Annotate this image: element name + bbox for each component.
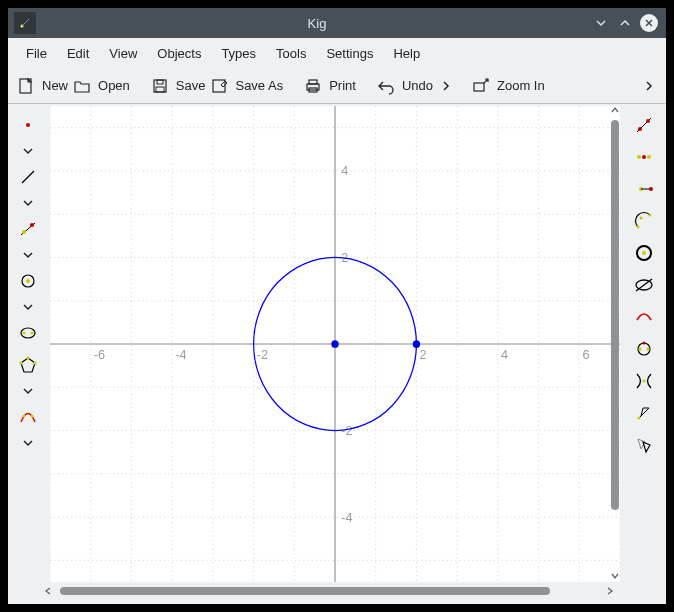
app-icon — [14, 12, 36, 34]
svg-point-25 — [23, 415, 26, 418]
scroll-left-icon[interactable] — [42, 585, 54, 597]
tool-other-circle[interactable] — [629, 334, 659, 364]
save-label: Save — [176, 78, 206, 93]
svg-text:4: 4 — [341, 163, 348, 178]
tool-polygon-more[interactable] — [13, 382, 43, 400]
tool-ellipse[interactable] — [13, 318, 43, 348]
new-button[interactable]: New — [16, 76, 68, 96]
menu-types[interactable]: Types — [213, 42, 264, 65]
svg-point-23 — [34, 362, 37, 365]
tool-tangent[interactable] — [629, 302, 659, 332]
window-title: Kig — [42, 16, 592, 31]
toolbar-more-1[interactable] — [437, 77, 455, 95]
canvas-area: -6-4-2246-4-224 — [48, 104, 622, 604]
svg-text:4: 4 — [501, 347, 508, 362]
menu-objects[interactable]: Objects — [149, 42, 209, 65]
save-as-label: Save As — [235, 78, 283, 93]
horizontal-scrollbar[interactable] — [56, 586, 602, 598]
close-button[interactable] — [640, 14, 658, 32]
zoom-in-button[interactable]: Zoom In — [471, 76, 545, 96]
new-file-icon — [16, 76, 36, 96]
save-as-icon — [209, 76, 229, 96]
svg-point-70 — [647, 155, 651, 159]
tool-hyperbola[interactable] — [629, 366, 659, 396]
open-label: Open — [98, 78, 130, 93]
open-button[interactable]: Open — [72, 76, 130, 96]
vertical-scrollbar[interactable] — [610, 106, 620, 580]
svg-point-71 — [642, 155, 646, 159]
svg-point-15 — [22, 230, 26, 234]
body-area: -6-4-2246-4-224 — [8, 104, 666, 604]
tool-midpoint[interactable] — [629, 142, 659, 172]
svg-point-77 — [640, 217, 643, 220]
scroll-right-icon[interactable] — [604, 585, 616, 597]
hscroll-thumb[interactable] — [60, 587, 550, 595]
menu-tools[interactable]: Tools — [268, 42, 314, 65]
tool-arc[interactable] — [629, 206, 659, 236]
save-button[interactable]: Save — [150, 76, 206, 96]
svg-text:-4: -4 — [341, 509, 352, 524]
svg-point-68 — [646, 119, 650, 123]
main-toolbar: New Open Save Save As Print Undo Zoom — [8, 68, 666, 104]
vscroll-thumb[interactable] — [611, 120, 619, 510]
tool-line-points[interactable] — [13, 214, 43, 244]
menubar: File Edit View Objects Types Tools Setti… — [8, 38, 666, 68]
tool-conic[interactable] — [629, 270, 659, 300]
tool-perpendicular[interactable] — [629, 174, 659, 204]
menu-help[interactable]: Help — [385, 42, 428, 65]
svg-line-13 — [22, 171, 34, 183]
svg-point-84 — [647, 348, 650, 351]
tool-point[interactable] — [13, 110, 43, 140]
print-button[interactable]: Print — [303, 76, 356, 96]
tool-point-more[interactable] — [13, 142, 43, 160]
maximize-button[interactable] — [616, 14, 634, 32]
svg-point-21 — [31, 332, 34, 335]
titlebar: Kig — [8, 8, 666, 38]
tool-curve[interactable] — [13, 402, 43, 432]
undo-icon — [376, 76, 396, 96]
left-toolbar — [8, 104, 48, 604]
toolbar-overflow[interactable] — [640, 77, 658, 95]
tool-ray[interactable] — [629, 110, 659, 140]
svg-rect-7 — [213, 80, 225, 92]
menu-edit[interactable]: Edit — [59, 42, 97, 65]
scroll-up-icon[interactable] — [609, 104, 621, 116]
svg-point-74 — [649, 187, 653, 191]
scroll-down-icon[interactable] — [609, 570, 621, 582]
menu-settings[interactable]: Settings — [318, 42, 381, 65]
tool-curve-more[interactable] — [13, 434, 43, 452]
tool-polygon[interactable] — [13, 350, 43, 380]
svg-point-64 — [331, 340, 338, 348]
new-label: New — [42, 78, 68, 93]
tool-segment-more[interactable] — [13, 194, 43, 212]
save-as-button[interactable]: Save As — [209, 76, 283, 96]
svg-text:-2: -2 — [257, 347, 268, 362]
svg-point-85 — [643, 342, 646, 345]
svg-text:2: 2 — [420, 347, 427, 362]
tool-ellipse-arc[interactable] — [629, 238, 659, 268]
print-label: Print — [329, 78, 356, 93]
tool-line-more[interactable] — [13, 246, 43, 264]
svg-point-20 — [23, 332, 26, 335]
tool-transform[interactable] — [629, 430, 659, 460]
tool-circle-center[interactable] — [13, 266, 43, 296]
minimize-button[interactable] — [592, 14, 610, 32]
app-window: Kig File Edit View Objects Types Tools S… — [8, 8, 666, 604]
svg-rect-11 — [474, 83, 484, 91]
tool-circle-more[interactable] — [13, 298, 43, 316]
svg-point-79 — [642, 251, 646, 255]
undo-button[interactable]: Undo — [376, 76, 433, 96]
menu-file[interactable]: File — [18, 42, 55, 65]
window-controls — [592, 14, 658, 32]
zoom-in-icon — [471, 76, 491, 96]
menu-view[interactable]: View — [101, 42, 145, 65]
svg-point-67 — [638, 127, 642, 131]
tool-segment[interactable] — [13, 162, 43, 192]
svg-rect-9 — [309, 80, 317, 84]
svg-point-69 — [637, 155, 641, 159]
drawing-canvas[interactable]: -6-4-2246-4-224 — [50, 106, 620, 582]
svg-text:6: 6 — [582, 347, 589, 362]
save-icon — [150, 76, 170, 96]
tool-vector[interactable] — [629, 398, 659, 428]
print-icon — [303, 76, 323, 96]
